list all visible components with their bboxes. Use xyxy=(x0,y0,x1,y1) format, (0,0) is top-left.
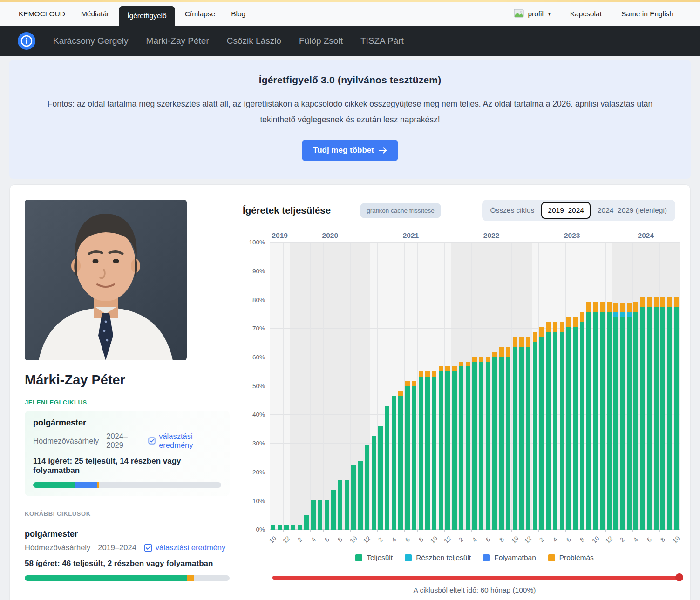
refresh-cache-button[interactable]: grafikon cache frissítése xyxy=(360,203,441,218)
chart-bar[interactable] xyxy=(553,322,557,530)
chart-bar[interactable] xyxy=(398,391,403,530)
chart-bar[interactable] xyxy=(539,327,544,530)
chart-bar[interactable] xyxy=(439,366,443,530)
chart-bar[interactable] xyxy=(452,366,457,530)
chart-bar[interactable] xyxy=(392,396,396,530)
legend-item-reszben_teljesult[interactable]: Részben teljesült xyxy=(405,553,471,562)
chart-bar[interactable] xyxy=(492,352,497,530)
header-item-english[interactable]: Same in English xyxy=(613,10,681,18)
chart-bar[interactable] xyxy=(325,500,329,530)
subnav-item-tisza[interactable]: TISZA Párt xyxy=(360,36,404,46)
chart-bar[interactable] xyxy=(667,297,672,530)
chart-bar[interactable] xyxy=(519,337,524,530)
election-result-label: választási eredmény xyxy=(159,432,221,450)
chart-bar[interactable] xyxy=(654,297,659,530)
chart-bar[interactable] xyxy=(318,500,322,530)
header-item-cimlapse[interactable]: Címlapse xyxy=(177,2,223,26)
chart-bar[interactable] xyxy=(298,525,302,530)
chart-bar[interactable] xyxy=(660,297,665,530)
chart-bar[interactable] xyxy=(633,302,638,530)
header-item-blog[interactable]: Blog xyxy=(223,2,253,26)
chart-bar[interactable] xyxy=(613,303,618,530)
header-item-mediatar[interactable]: Médiatár xyxy=(73,2,117,26)
chart-bar[interactable] xyxy=(358,461,363,530)
chart-bar[interactable] xyxy=(506,347,510,530)
header-item-kapcsolat[interactable]: Kapcsolat xyxy=(562,10,610,18)
current-cycle-card: polgármester Hódmezővásárhely 2024–2029 … xyxy=(25,411,230,496)
subnav-item-fulop[interactable]: Fülöp Zsolt xyxy=(299,36,343,46)
chart-bar[interactable] xyxy=(378,426,383,530)
chart-bar[interactable] xyxy=(412,381,416,530)
bar-segment-teljesult xyxy=(633,312,638,530)
tab-2024-2029[interactable]: 2024–2029 (jelenlegi) xyxy=(591,202,673,218)
chart-bar[interactable] xyxy=(466,362,470,530)
chart-bar[interactable] xyxy=(338,480,342,530)
chart-bar[interactable] xyxy=(560,322,564,530)
chart-bar[interactable] xyxy=(278,525,282,530)
info-icon[interactable] xyxy=(18,32,35,50)
election-result-link[interactable]: választási eredmény xyxy=(148,432,221,450)
chart-bar[interactable] xyxy=(351,465,356,530)
chart-bar[interactable] xyxy=(365,445,369,530)
time-slider-handle[interactable] xyxy=(675,573,683,581)
chart-bar[interactable] xyxy=(640,297,645,530)
chart-bar[interactable] xyxy=(405,381,410,530)
x-axis-month-label: 10 xyxy=(429,535,439,545)
chart-bar[interactable] xyxy=(513,337,517,530)
chart-bar[interactable] xyxy=(607,302,612,530)
chart-bar[interactable] xyxy=(600,302,605,530)
chart-bar[interactable] xyxy=(385,406,389,530)
chart-bar[interactable] xyxy=(674,297,679,530)
bar-segment-teljesult xyxy=(539,337,544,530)
tab-all-cycles[interactable]: Összes ciklus xyxy=(484,202,541,218)
chart-bar[interactable] xyxy=(479,357,483,530)
election-result-link[interactable]: választási eredmény xyxy=(144,543,225,552)
chart-bar[interactable] xyxy=(647,297,652,530)
chart-bar[interactable] xyxy=(419,371,423,530)
bar-segment-teljesult xyxy=(452,371,457,530)
chart-bar[interactable] xyxy=(580,312,584,530)
chart-bar[interactable] xyxy=(345,480,349,530)
chart-bar[interactable] xyxy=(445,366,450,530)
brand-kemocloud[interactable]: KEMOCLOUD xyxy=(19,2,73,26)
legend-item-problemas[interactable]: Problémás xyxy=(548,553,594,562)
chart-bar[interactable] xyxy=(311,500,316,530)
chart-bar[interactable] xyxy=(573,317,578,530)
chart-bar[interactable] xyxy=(425,371,430,530)
chart-bar[interactable] xyxy=(271,525,275,530)
chart-bar[interactable] xyxy=(586,302,591,530)
chart-bar[interactable] xyxy=(499,347,504,530)
subnav-item-karacsony[interactable]: Karácsony Gergely xyxy=(53,36,129,46)
chart-bar[interactable] xyxy=(627,303,632,530)
chart-bar[interactable] xyxy=(546,322,551,530)
chart-bar[interactable] xyxy=(486,357,490,530)
time-slider[interactable] xyxy=(272,573,680,582)
subnav-item-markizay[interactable]: Márki-Zay Péter xyxy=(146,36,209,46)
learn-more-button[interactable]: Tudj meg többet xyxy=(302,140,398,161)
bar-segment-teljesult xyxy=(459,366,463,530)
x-axis-tick xyxy=(511,530,512,532)
profile-menu[interactable]: profil ▼ xyxy=(507,9,558,20)
chart-bar[interactable] xyxy=(284,525,289,530)
bar-segment-teljesult xyxy=(331,490,336,530)
chart-bar[interactable] xyxy=(533,332,537,530)
chart-bar[interactable] xyxy=(459,362,463,530)
chart-bar[interactable] xyxy=(331,490,336,530)
chart-bar[interactable] xyxy=(372,436,376,530)
chart-bar[interactable] xyxy=(526,337,530,530)
x-axis-tick xyxy=(673,530,673,532)
chart-bar[interactable] xyxy=(472,357,477,530)
legend-item-teljesult[interactable]: Teljesült xyxy=(355,553,393,562)
subnav-item-csozik[interactable]: Csőzik László xyxy=(227,36,281,46)
chart-bar[interactable] xyxy=(432,371,436,530)
chart-bar[interactable] xyxy=(620,303,625,530)
chart-bar[interactable] xyxy=(304,515,309,530)
v-gridline xyxy=(485,243,485,530)
chart-bar[interactable] xyxy=(566,317,571,530)
chart-bar[interactable] xyxy=(593,302,598,530)
tab-2019-2024[interactable]: 2019–2024 xyxy=(541,202,591,219)
bar-segment-teljesult xyxy=(439,371,443,530)
legend-item-folyamatban[interactable]: Folyamatban xyxy=(483,553,536,562)
chart-bar[interactable] xyxy=(291,525,295,530)
header-tab-igeretfigyelo[interactable]: Ígéretfigyelő xyxy=(119,6,175,26)
